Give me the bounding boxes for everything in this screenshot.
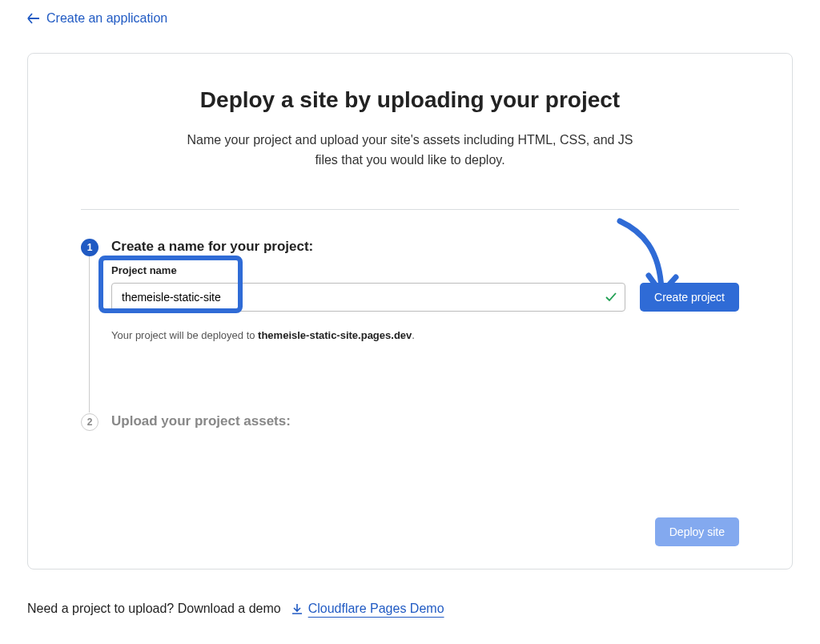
deploy-site-button[interactable]: Deploy site: [655, 517, 739, 546]
footer-link-label: Cloudflare Pages Demo: [308, 602, 444, 616]
cloudflare-pages-demo-link[interactable]: Cloudflare Pages Demo: [291, 602, 444, 616]
arrow-left-icon: [27, 13, 40, 24]
step-1-badge: 1: [81, 239, 98, 256]
project-name-form: Project name Create project Your project…: [111, 264, 739, 341]
input-row: Create project: [111, 283, 739, 312]
footer-note-text: Need a project to upload? Download a dem…: [27, 602, 281, 616]
input-wrapper: [111, 283, 625, 312]
footer-note: Need a project to upload? Download a dem…: [0, 586, 820, 616]
helper-suffix: .: [412, 329, 415, 341]
step-1-title: Create a name for your project:: [111, 239, 739, 255]
helper-prefix: Your project will be deployed to: [111, 329, 258, 341]
create-project-button[interactable]: Create project: [640, 283, 739, 312]
download-icon: [291, 602, 303, 615]
card-footer-actions: Deploy site: [28, 517, 792, 546]
step-1: 1 Create a name for your project: Projec…: [81, 210, 739, 341]
helper-domain: themeisle-static-site.pages.dev: [258, 329, 412, 341]
checkmark-icon: [605, 291, 617, 304]
step-2-title: Upload your project assets:: [111, 413, 739, 429]
back-link[interactable]: Create an application: [0, 0, 820, 37]
project-name-label: Project name: [111, 264, 739, 276]
card-header: Deploy a site by uploading your project …: [28, 87, 792, 171]
project-deploy-helper: Your project will be deployed to themeis…: [111, 329, 739, 341]
step-2: 2 Upload your project assets:: [81, 341, 739, 429]
project-name-input[interactable]: [111, 283, 625, 312]
steps-container: 1 Create a name for your project: Projec…: [28, 210, 792, 429]
page-subtitle: Name your project and upload your site's…: [186, 131, 634, 171]
step-2-badge: 2: [81, 413, 98, 431]
page-title: Deploy a site by uploading your project: [76, 87, 744, 113]
deploy-card: Deploy a site by uploading your project …: [27, 53, 793, 570]
back-link-label: Create an application: [46, 11, 167, 26]
